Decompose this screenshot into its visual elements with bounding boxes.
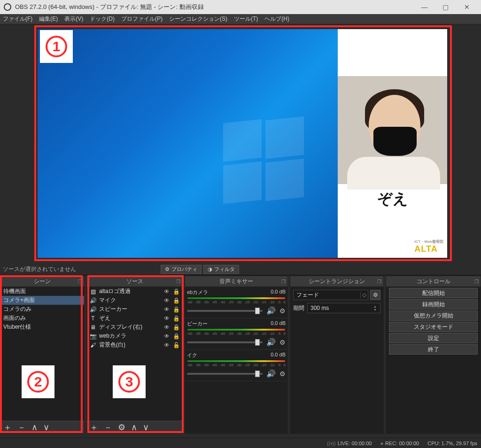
source-item[interactable]: Tぞえ👁🔒 (87, 314, 182, 323)
popout-icon[interactable]: ❐ (474, 279, 479, 284)
visibility-toggle-icon[interactable]: 👁 (163, 333, 170, 340)
scene-up-button[interactable]: ∧ (31, 422, 38, 433)
source-type-icon: 🔊 (90, 306, 96, 313)
visibility-toggle-icon[interactable]: 👁 (163, 315, 170, 322)
exit-button[interactable]: 終了 (389, 344, 478, 355)
window-maximize-button[interactable]: ▢ (435, 0, 456, 14)
transitions-dock-title[interactable]: シーントランジション❐ (290, 276, 384, 287)
preview-canvas[interactable]: ぞえ ICT・Web整骨院 ALTA (38, 29, 447, 258)
audio-mixer-dock: 音声ミキサー❐ ebカメラ0.0 dB-60-55-50-45-40-35-30… (185, 276, 288, 434)
source-item[interactable]: 📷webカメラ👁🔒 (87, 332, 182, 340)
visibility-toggle-icon[interactable]: 👁 (163, 342, 170, 348)
add-source-button[interactable]: ＋ (90, 422, 98, 433)
popout-icon[interactable]: ❐ (176, 279, 180, 284)
scenes-toolbar: ＋ － ∧ ∨ (0, 421, 85, 434)
lock-toggle-icon[interactable]: 🔓 (173, 342, 179, 348)
menu-scene-collection[interactable]: シーンコレクション(S) (169, 15, 227, 23)
settings-button[interactable]: 設定 (389, 333, 478, 343)
mixer-meter (187, 328, 286, 331)
source-item[interactable]: 🖌背景色(白)👁🔓 (87, 340, 182, 349)
source-item[interactable]: 🖥ディスプレイ(右)👁🔒 (87, 323, 182, 332)
visibility-toggle-icon[interactable]: 👁 (163, 288, 170, 295)
start-virtual-camera-button[interactable]: 仮想カメラ開始 (389, 310, 478, 321)
menu-profile[interactable]: プロファイル(P) (121, 15, 163, 23)
menu-edit[interactable]: 編集(E) (39, 15, 58, 23)
lock-toggle-icon[interactable]: 🔒 (173, 297, 179, 304)
mixer-channel-name: イク (187, 352, 197, 359)
popout-icon[interactable]: ❐ (377, 279, 381, 284)
source-down-button[interactable]: ∨ (143, 422, 149, 433)
properties-button[interactable]: ⚙プロパティ (161, 265, 202, 274)
source-settings-button[interactable]: ⚙ (118, 422, 125, 433)
mixer-settings-button[interactable]: ⚙ (279, 307, 286, 315)
status-live: ((•))LIVE: 00:00:00 (327, 440, 372, 446)
source-up-button[interactable]: ∧ (131, 422, 137, 433)
source-type-icon: T (90, 315, 96, 322)
filters-button[interactable]: ◑フィルタ (203, 265, 239, 274)
visibility-toggle-icon[interactable]: 👁 (163, 306, 170, 313)
annotation-badge-1: 1 (40, 30, 73, 63)
mixer-settings-button[interactable]: ⚙ (279, 339, 286, 346)
source-label: ディスプレイ(右) (99, 323, 161, 331)
speaker-icon[interactable]: 🔊 (266, 338, 276, 347)
popout-icon[interactable]: ❐ (78, 279, 82, 284)
mixer-volume-slider[interactable] (187, 341, 263, 343)
menu-help[interactable]: ヘルプ(H) (264, 15, 289, 23)
status-rec: ●REC: 00:00:00 (380, 440, 419, 446)
window-minimize-button[interactable]: — (414, 0, 435, 14)
source-item[interactable]: ▧altaロゴ透過👁🔒 (87, 287, 182, 296)
source-item[interactable]: 🔊マイク👁🔒 (87, 296, 182, 305)
scene-item[interactable]: 画面のみ (0, 314, 84, 323)
menu-dock[interactable]: ドック(D) (90, 15, 115, 23)
transition-settings-button[interactable]: ⚙ (370, 290, 380, 300)
studio-mode-button[interactable]: スタジオモード (389, 322, 478, 332)
preview-webcam-image (338, 76, 447, 184)
preview-area[interactable]: ぞえ ICT・Web整骨院 ALTA 1 (0, 24, 481, 264)
sources-list[interactable]: ▧altaロゴ透過👁🔒🔊マイク👁🔒🔊スピーカー👁🔒Tぞえ👁🔒🖥ディスプレイ(右)… (86, 287, 183, 421)
chevron-updown-icon: ◇ (360, 292, 368, 298)
add-scene-button[interactable]: ＋ (3, 422, 12, 433)
remove-scene-button[interactable]: － (17, 422, 26, 433)
mixer-meter (187, 360, 286, 363)
lock-toggle-icon[interactable]: 🔒 (173, 324, 179, 331)
menu-tools[interactable]: ツール(T) (234, 15, 258, 23)
controls-dock-title[interactable]: コントロール❐ (386, 276, 481, 287)
mixer-settings-button[interactable]: ⚙ (279, 370, 286, 378)
menu-file[interactable]: ファイル(F) (3, 15, 32, 23)
mixer-meter (187, 297, 286, 300)
source-item[interactable]: 🔊スピーカー👁🔒 (87, 305, 182, 314)
window-close-button[interactable]: ✕ (456, 0, 477, 14)
preview-logo: ICT・Web整骨院 ALTA (414, 239, 443, 254)
filters-icon: ◑ (208, 266, 212, 272)
scenes-dock-title[interactable]: シーン❐ (0, 276, 85, 287)
source-label: スピーカー (99, 305, 161, 313)
scene-item[interactable]: コメラのみ (0, 305, 84, 314)
speaker-icon[interactable]: 🔊 (266, 306, 276, 315)
scene-item[interactable]: Vtuber仕様 (0, 323, 84, 332)
sources-dock-title[interactable]: ソース❐ (86, 276, 183, 287)
no-source-selected-label: ソースが選択されていません (3, 265, 76, 273)
visibility-toggle-icon[interactable]: 👁 (163, 297, 170, 304)
mixer-channel: ピーカー0.0 dB-60-55-50-45-40-35-30-25-20-15… (185, 318, 287, 350)
mixer-volume-slider[interactable] (187, 310, 263, 312)
lock-toggle-icon[interactable]: 🔒 (173, 315, 179, 322)
mixer-volume-slider[interactable] (187, 373, 263, 375)
lock-toggle-icon[interactable]: 🔒 (173, 333, 179, 340)
visibility-toggle-icon[interactable]: 👁 (163, 324, 170, 331)
lock-toggle-icon[interactable]: 🔒 (173, 288, 179, 295)
scenes-list[interactable]: 待機画面コメラ+画面コメラのみ画面のみVtuber仕様 (0, 287, 85, 421)
scene-down-button[interactable]: ∨ (43, 422, 49, 433)
speaker-icon[interactable]: 🔊 (266, 369, 276, 378)
menu-view[interactable]: 表示(V) (64, 15, 83, 23)
start-recording-button[interactable]: 録画開始 (389, 299, 478, 309)
mixer-dock-title[interactable]: 音声ミキサー❐ (185, 276, 288, 287)
scene-item[interactable]: 待機画面 (0, 287, 84, 296)
scene-item[interactable]: コメラ+画面 (0, 296, 84, 305)
remove-source-button[interactable]: － (104, 422, 112, 433)
transition-select[interactable]: フェード◇ (293, 290, 368, 300)
transition-duration-input[interactable]: 300 ms ▲▼ (307, 303, 380, 313)
popout-icon[interactable]: ❐ (281, 279, 286, 284)
preview-camera-panel: ぞえ ICT・Web整骨院 ALTA (338, 29, 447, 258)
start-streaming-button[interactable]: 配信開始 (389, 288, 478, 298)
lock-toggle-icon[interactable]: 🔒 (173, 306, 179, 313)
